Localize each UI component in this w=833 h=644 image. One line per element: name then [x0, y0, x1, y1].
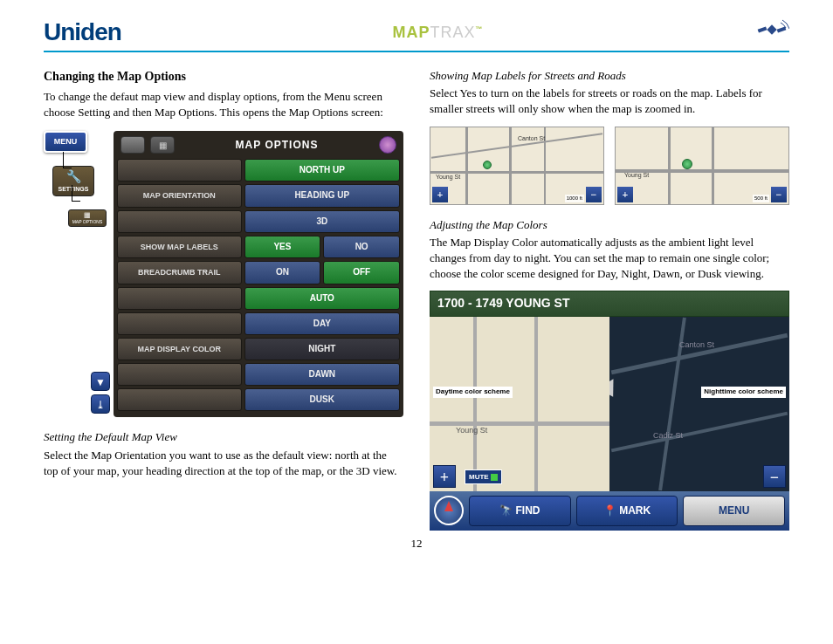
- menu-button[interactable]: MENU: [44, 131, 87, 153]
- close-button[interactable]: [379, 136, 396, 154]
- map-orientation-label: MAP ORIENTATION: [117, 184, 242, 208]
- zoom-in-button[interactable]: +: [432, 187, 448, 202]
- color-dusk-option[interactable]: DUSK: [244, 388, 400, 411]
- mark-button[interactable]: 📍 MARK: [576, 496, 678, 526]
- map-options-button[interactable]: ▦MAP OPTIONS: [68, 209, 107, 227]
- left-column: Changing the Map Options To change the d…: [44, 68, 403, 526]
- position-marker-icon: [483, 161, 492, 169]
- menu-button[interactable]: MENU: [683, 496, 785, 526]
- breadcrumb-off-option[interactable]: OFF: [323, 261, 400, 284]
- north-up-option[interactable]: NORTH UP: [244, 159, 400, 182]
- labels-yes-option[interactable]: YES: [244, 236, 321, 259]
- compass-icon[interactable]: [434, 496, 464, 525]
- page-number: 12: [44, 537, 789, 551]
- color-day-option[interactable]: DAY: [244, 312, 400, 335]
- map-day-half: Young St Daytime color scheme +: [430, 317, 609, 491]
- heading-up-option[interactable]: HEADING UP: [244, 184, 400, 208]
- map-color-screenshot: 1700 - 1749 YOUNG ST Young St Daytime co…: [430, 291, 789, 526]
- scroll-down-button[interactable]: ▼: [91, 372, 110, 391]
- binoculars-icon: 🔭: [499, 504, 513, 517]
- nighttime-scheme-label: Nighttime color scheme: [701, 387, 786, 398]
- right-column: Showing Map Labels for Streets and Roads…: [430, 68, 789, 526]
- color-night-option[interactable]: NIGHT: [244, 338, 400, 361]
- section-title: Changing the Map Options: [44, 68, 403, 86]
- zoom-out-button[interactable]: −: [771, 187, 787, 202]
- default-map-view-text: Select the Map Orientation you want to u…: [44, 448, 403, 479]
- mute-indicator[interactable]: MUTE: [465, 469, 502, 484]
- map-options-screenshot: MENU 🔧SETTINGS ▦MAP OPTIONS ▼ ⤓ ▦: [44, 131, 403, 417]
- map-colors-text: The Map Display Color automatically adju…: [430, 235, 789, 283]
- default-map-view-heading: Setting the Default Map View: [44, 429, 403, 445]
- map-display-color-label: MAP DISPLAY COLOR: [117, 338, 242, 361]
- color-dawn-option[interactable]: DAWN: [244, 363, 400, 386]
- vehicle-cursor-icon: [609, 374, 621, 397]
- panel-title: MAP OPTIONS: [175, 138, 379, 153]
- intro-text: To change the defaut map view and displa…: [44, 89, 403, 120]
- position-marker-icon: [682, 159, 692, 169]
- zoom-in-button[interactable]: +: [433, 465, 456, 488]
- scale-label: 500 ft: [753, 195, 769, 202]
- map-labels-heading: Showing Map Labels for Streets and Roads: [430, 68, 789, 84]
- back-button[interactable]: [120, 136, 145, 154]
- daytime-scheme-label: Daytime color scheme: [433, 387, 513, 398]
- map-thumb-zoomed-in: Young St + − 500 ft: [615, 127, 789, 205]
- map-thumb-zoomed-out: Young St Canton St + − 1000 ft: [430, 127, 604, 205]
- uniden-logo: Uniden: [44, 18, 121, 46]
- zoom-in-button[interactable]: +: [617, 187, 633, 202]
- labels-no-option[interactable]: NO: [323, 236, 400, 259]
- scale-label: 1000 ft: [565, 195, 584, 202]
- show-map-labels-label: SHOW MAP LABELS: [117, 236, 242, 259]
- grid-icon-button[interactable]: ▦: [150, 136, 175, 154]
- map-colors-heading: Adjusting the Map Colors: [430, 217, 789, 233]
- zoom-out-button[interactable]: −: [763, 465, 786, 488]
- find-button[interactable]: 🔭 FIND: [469, 496, 571, 526]
- satellite-icon: [754, 17, 789, 47]
- 3d-option[interactable]: 3D: [244, 210, 400, 233]
- page-header: Uniden MAPTRAX™: [44, 17, 789, 52]
- svg-rect-2: [777, 26, 787, 32]
- map-orientation-label: [117, 159, 242, 182]
- scroll-bottom-button[interactable]: ⤓: [91, 394, 110, 414]
- map-address-bar: 1700 - 1749 YOUNG ST: [430, 291, 789, 317]
- zoom-out-button[interactable]: −: [586, 187, 602, 202]
- svg-rect-0: [767, 24, 776, 34]
- svg-rect-1: [758, 26, 768, 32]
- settings-button[interactable]: 🔧SETTINGS: [52, 166, 94, 196]
- pin-icon: 📍: [603, 504, 616, 517]
- breadcrumb-on-option[interactable]: ON: [244, 261, 321, 284]
- color-auto-option[interactable]: AUTO: [244, 287, 400, 310]
- wrench-icon: 🔧: [55, 168, 92, 186]
- map-labels-text: Select Yes to turn on the labels for str…: [430, 86, 789, 117]
- maptrax-logo: MAPTRAX™: [121, 24, 754, 42]
- map-night-half: Canton St Cadiz St Nighttime color schem…: [609, 317, 789, 491]
- breadcrumb-label: BREADCRUMB TRAIL: [117, 261, 242, 284]
